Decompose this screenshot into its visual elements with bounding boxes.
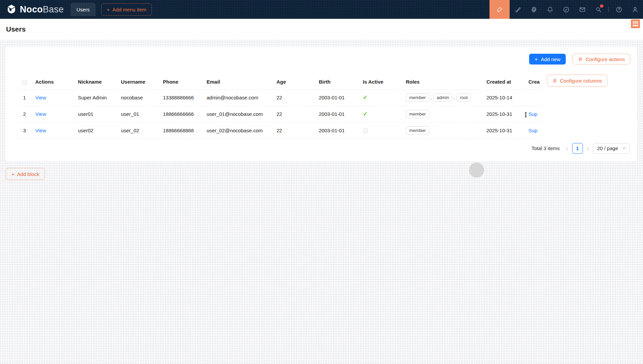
table-toolbar: + Add new Configure actions [6,46,637,75]
table-row: 1ViewSuper Adminnocobase13388886666admin… [14,89,541,106]
is-active-cell: ✓ [363,106,406,122]
is-active-cell: ✓ [363,89,406,106]
notifications-icon[interactable] [542,0,558,19]
row-index-cell: 1 [14,89,35,106]
next-page-button[interactable]: › [586,145,590,152]
birth-cell: 2003-01-01 [319,122,363,139]
page-drag-handle-icon[interactable] [631,19,640,28]
phone-cell: 18866666666 [163,106,207,122]
chevron-down-icon [622,146,626,150]
ui-editor-icon[interactable] [489,0,510,19]
view-link[interactable]: View [35,128,46,133]
page-size-select[interactable]: 20 / page [593,143,630,154]
content-area: + Add new Configure actions Configure co… [0,40,643,180]
roles-separator: , [453,94,455,100]
page-number-button[interactable]: 1 [572,143,583,154]
nav-divider [608,7,609,12]
configure-actions-button[interactable]: Configure actions [572,54,630,64]
column-header-actions[interactable]: Actions [35,75,78,89]
column-header-created-at[interactable]: Created at [486,75,528,89]
username-cell: user_02 [121,122,163,139]
column-header-nickname[interactable]: Nickname [78,75,121,89]
created-by-cell [528,89,541,106]
is-active-cell [363,122,406,139]
configure-columns-button[interactable]: Configure columns [547,75,607,87]
phone-cell: 13388886666 [163,89,207,106]
nickname-cell: user01 [78,106,121,122]
table-header: Actions Nickname Username Phone Email Ag… [14,75,541,89]
phone-cell: 18866668888 [163,122,207,139]
pagination-total: Total 3 items [531,145,560,151]
user-icon[interactable] [627,0,643,19]
username-cell: user_01 [121,106,163,122]
theme-editor-icon[interactable] [510,0,526,19]
column-header-email[interactable]: Email [207,75,276,89]
created-at-cell: 2025-10-31 [486,122,528,139]
created-by-cell: Sup [528,106,541,122]
actions-cell: View [35,106,78,122]
messages-icon[interactable] [574,0,590,19]
gear-icon [578,57,583,62]
age-cell: 22 [276,122,319,139]
plus-icon: + [107,7,110,12]
roles-cell: member [406,106,486,122]
logo-wordmark: NocoBase [20,4,64,15]
view-link[interactable]: View [35,95,46,100]
nocobase-logo-icon [6,4,17,14]
view-link[interactable]: View [35,111,46,117]
prev-page-button[interactable]: ‹ [565,145,569,152]
actions-cell: View [35,89,78,106]
select-all-header [14,75,35,89]
nickname-cell: user02 [78,122,121,139]
add-new-button[interactable]: + Add new [529,54,566,64]
add-menu-item-button[interactable]: + Add menu item [101,3,152,16]
users-table-block: + Add new Configure actions Configure co… [6,46,637,162]
column-header-created-by[interactable]: Crea [528,75,541,89]
actions-cell: View [35,122,78,139]
nocobase-logo[interactable]: NocoBase [6,4,64,15]
column-header-age[interactable]: Age [276,75,319,89]
table-body: 1ViewSuper Adminnocobase13388886666admin… [14,89,541,139]
navbar: NocoBase Users + Add menu item [0,0,643,19]
email-cell: admin@nocobase.com [207,89,276,106]
page-title: Users [6,25,26,33]
created-by-link[interactable]: Sup [528,111,538,117]
role-tag: admin [433,93,453,102]
row-index-cell: 3 [14,122,35,139]
created-at-cell: 2025-10-31 [486,106,528,122]
nickname-cell: Super Admin [78,89,121,106]
users-table: Actions Nickname Username Phone Email Ag… [14,75,541,139]
birth-cell: 2003-01-01 [319,106,363,122]
page-header: Users [0,19,643,40]
column-header-username[interactable]: Username [121,75,163,89]
age-cell: 22 [276,89,319,106]
role-tag: root [457,93,471,102]
add-block-button[interactable]: + Add block [6,168,45,180]
check-icon: ✓ [363,94,368,101]
age-cell: 22 [276,106,319,122]
gear-icon [552,78,557,83]
nav-tab-users[interactable]: Users [71,3,96,16]
username-cell: nocobase [121,89,163,106]
help-icon[interactable] [611,0,627,19]
column-header-birth[interactable]: Birth [319,75,363,89]
notification-badge [600,4,603,8]
table-row: 2Viewuser01user_0118866666666user_01@noc… [14,106,541,122]
created-by-link[interactable]: Sup [528,128,538,133]
roles-cell: member [406,122,486,139]
checkbox-unchecked [363,128,368,133]
search-icon[interactable] [590,0,606,19]
column-header-phone[interactable]: Phone [163,75,207,89]
select-all-checkbox[interactable] [22,80,27,85]
check-icon: ✓ [363,111,368,117]
plus-icon: + [534,56,538,62]
column-header-roles[interactable]: Roles [406,75,486,89]
role-tag: member [406,126,429,135]
birth-cell: 2003-01-01 [319,89,363,106]
column-header-is-active[interactable]: Is Active [363,75,406,89]
row-index-cell: 2 [14,106,35,122]
roles-separator: , [430,94,432,100]
tasks-icon[interactable] [558,0,574,19]
email-cell: user_01@nocobase.com [207,106,276,122]
settings-icon[interactable] [526,0,542,19]
